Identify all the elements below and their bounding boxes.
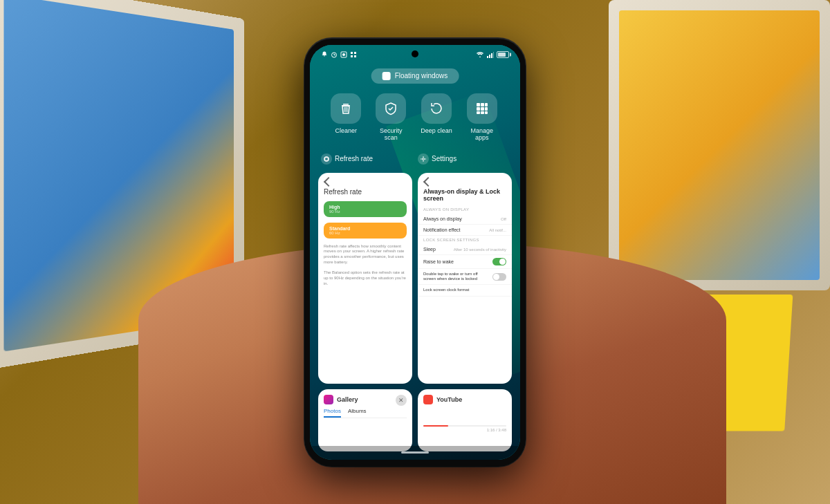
svg-rect-13 bbox=[343, 104, 349, 105]
app-shortcut-cleaner[interactable]: Cleaner bbox=[331, 93, 361, 142]
settings-card[interactable]: Always-on display & Lock screen ALWAYS O… bbox=[418, 173, 512, 384]
settings-card-header bbox=[418, 173, 512, 188]
youtube-next-button[interactable] bbox=[477, 410, 488, 421]
app-shortcut-manageapps[interactable]: Manage apps bbox=[465, 93, 499, 142]
gallery-tab-photos[interactable]: Photos bbox=[324, 408, 341, 418]
svg-rect-21 bbox=[477, 107, 480, 111]
svg-rect-12 bbox=[493, 52, 494, 58]
sleep-value: After 10 seconds of inactivity bbox=[454, 248, 506, 252]
back-arrow-icon bbox=[324, 176, 333, 186]
svg-point-28 bbox=[423, 158, 425, 160]
clock-format-label: Lock screen clock format bbox=[423, 288, 469, 292]
settings-section-aod: ALWAYS ON DISPLAY bbox=[418, 205, 512, 214]
app-shortcut-security[interactable]: Security scan bbox=[374, 93, 408, 142]
svg-rect-10 bbox=[489, 55, 490, 58]
raise-to-wake-toggle[interactable] bbox=[492, 258, 506, 265]
refresh-option-high-label: High bbox=[329, 205, 401, 209]
battery-icon bbox=[497, 51, 509, 58]
floating-windows-label: Floating windows bbox=[395, 72, 448, 80]
floating-windows-pill[interactable]: Floating windows bbox=[371, 68, 459, 84]
svg-rect-25 bbox=[481, 111, 484, 114]
refresh-option-standard-label: Standard bbox=[329, 226, 401, 231]
grid-status-icon bbox=[350, 51, 357, 58]
double-tap-toggle[interactable] bbox=[492, 273, 506, 281]
refresh-rate-description: Refresh rate affects how smoothly conten… bbox=[318, 241, 412, 290]
gallery-close-button[interactable]: ✕ bbox=[396, 395, 407, 406]
settings-row-aod[interactable]: Always on display Off bbox=[418, 214, 512, 225]
svg-rect-19 bbox=[481, 103, 484, 106]
refresh-icon bbox=[429, 101, 444, 116]
manageapps-label: Manage apps bbox=[465, 127, 499, 142]
deepclean-icon-wrap bbox=[421, 93, 452, 124]
gallery-card[interactable]: Gallery Photos Albums ✕ bbox=[318, 389, 412, 451]
recent-app-cards: Refresh rate High 90 Hz Standard 60 Hz R… bbox=[318, 173, 512, 384]
svg-rect-20 bbox=[485, 103, 488, 106]
alarm-icon bbox=[331, 51, 338, 58]
camera-cutout bbox=[412, 50, 418, 57]
security-label: Security scan bbox=[374, 127, 408, 142]
settings-back-arrow-icon bbox=[423, 176, 433, 186]
apps-grid-icon bbox=[474, 101, 490, 116]
youtube-card-header: YouTube bbox=[423, 395, 506, 404]
youtube-card[interactable]: YouTube bbox=[418, 389, 512, 451]
gallery-app-icon bbox=[324, 395, 333, 404]
status-right-icons bbox=[476, 51, 509, 58]
youtube-progress-bar[interactable] bbox=[423, 425, 506, 427]
aod-value: Off bbox=[501, 217, 506, 221]
refresh-rate-card[interactable]: Refresh rate High 90 Hz Standard 60 Hz R… bbox=[318, 173, 412, 384]
section-headers: Refresh rate Settings bbox=[318, 152, 512, 166]
svg-rect-9 bbox=[487, 56, 488, 58]
gallery-tab-albums[interactable]: Albums bbox=[348, 408, 367, 418]
settings-section-lockscreen: LOCK SCREEN SETTINGS bbox=[418, 236, 512, 244]
refresh-rate-header-icon bbox=[321, 153, 332, 165]
media-icon bbox=[340, 51, 347, 58]
refresh-rate-header: Refresh rate bbox=[321, 153, 412, 165]
phone-screen: Floating windows bbox=[310, 45, 520, 460]
svg-point-4 bbox=[342, 53, 345, 56]
gallery-tabs: Photos Albums bbox=[324, 408, 407, 418]
phone-body: Floating windows bbox=[304, 38, 526, 467]
settings-row-doubletap[interactable]: Double tap to wake or turn off screen wh… bbox=[418, 269, 512, 285]
notification-effect-label: Notification effect bbox=[423, 227, 461, 232]
gallery-card-title: Gallery bbox=[337, 396, 358, 403]
settings-row-sleep[interactable]: Sleep After 10 seconds of inactivity bbox=[418, 244, 512, 255]
floating-windows-icon bbox=[382, 72, 391, 80]
app-shortcuts-row: Cleaner Security scan bbox=[310, 86, 520, 149]
app-shortcut-deepclean[interactable]: Deep clean bbox=[421, 93, 452, 142]
notification-icon bbox=[321, 51, 328, 58]
svg-rect-5 bbox=[351, 52, 353, 54]
refresh-option-standard[interactable]: Standard 60 Hz bbox=[324, 223, 407, 239]
youtube-play-button[interactable] bbox=[459, 410, 470, 421]
bottom-mini-cards: Gallery Photos Albums ✕ YouTube bbox=[318, 389, 512, 451]
manageapps-icon-wrap bbox=[467, 93, 497, 124]
svg-rect-6 bbox=[354, 52, 356, 54]
youtube-time-display: 1:16 / 3:48 bbox=[423, 428, 506, 432]
navigation-bar bbox=[310, 446, 520, 460]
raise-to-wake-label: Raise to wake bbox=[423, 259, 454, 264]
recent-apps-section: Refresh rate Settings bbox=[310, 152, 520, 384]
shield-icon bbox=[383, 101, 398, 116]
notification-effect-value: All notif... bbox=[489, 228, 506, 232]
youtube-app-icon bbox=[423, 395, 433, 404]
youtube-prev-button[interactable] bbox=[441, 410, 452, 421]
svg-rect-22 bbox=[481, 107, 484, 111]
youtube-playback-controls bbox=[423, 410, 506, 421]
wifi-icon bbox=[476, 51, 484, 58]
refresh-option-standard-value: 60 Hz bbox=[329, 231, 401, 235]
svg-rect-11 bbox=[491, 53, 492, 58]
settings-row-notification[interactable]: Notification effect All notif... bbox=[418, 225, 512, 236]
signal-icon bbox=[487, 51, 494, 58]
refresh-option-high[interactable]: High 90 Hz bbox=[324, 201, 407, 217]
cleaner-icon-wrap bbox=[331, 93, 361, 124]
settings-header: Settings bbox=[418, 153, 509, 165]
settings-section-label: Settings bbox=[432, 155, 456, 162]
youtube-progress-fill bbox=[423, 425, 448, 427]
settings-row-clockformat[interactable]: Lock screen clock format bbox=[418, 285, 512, 296]
svg-rect-8 bbox=[354, 55, 356, 57]
background-box-right bbox=[609, 0, 830, 290]
youtube-card-title: YouTube bbox=[436, 396, 462, 403]
nav-home-indicator bbox=[401, 451, 429, 454]
refresh-rate-section-label: Refresh rate bbox=[335, 155, 373, 162]
settings-row-raise[interactable]: Raise to wake bbox=[418, 255, 512, 269]
trash-icon bbox=[338, 101, 353, 116]
